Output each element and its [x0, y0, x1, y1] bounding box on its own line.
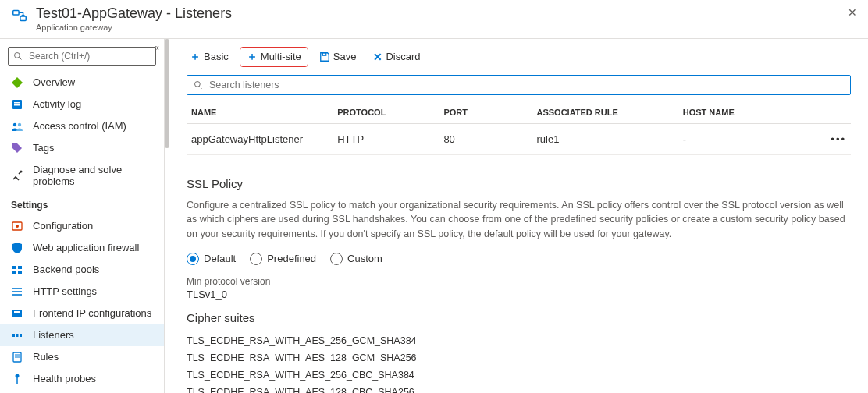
svg-rect-7: [14, 104, 20, 106]
radio-predefined[interactable]: Predefined: [250, 253, 316, 265]
sidebar-item-label: Listeners: [33, 329, 74, 341]
plus-icon: ＋: [190, 50, 201, 64]
col-name[interactable]: NAME: [187, 101, 333, 124]
svg-line-3: [20, 57, 22, 59]
svg-rect-1: [20, 16, 26, 20]
listeners-search[interactable]: [187, 75, 851, 95]
collapse-icon[interactable]: «: [154, 42, 159, 53]
configuration-icon: [11, 220, 23, 232]
svg-rect-0: [13, 11, 19, 15]
sidebar-item-access-control[interactable]: Access control (IAM): [0, 115, 164, 137]
row-more-icon[interactable]: •••: [811, 123, 851, 154]
sidebar-item-label: Health probes: [33, 373, 96, 384]
radio-label: Default: [204, 253, 236, 264]
sidebar-item-waf[interactable]: Web application firewall: [0, 237, 164, 259]
sidebar-item-configuration[interactable]: Configuration: [0, 215, 164, 237]
sidebar-item-tags[interactable]: Tags: [0, 137, 164, 159]
sidebar-item-listeners[interactable]: Listeners: [0, 324, 164, 346]
svg-point-28: [16, 374, 20, 377]
rules-icon: [11, 351, 23, 363]
save-button[interactable]: Save: [313, 48, 363, 66]
button-label: Multi-site: [261, 51, 301, 62]
scrollbar[interactable]: [165, 39, 169, 148]
svg-point-33: [195, 81, 201, 87]
page-subtitle: Application gateway: [36, 23, 846, 32]
sidebar-search-input[interactable]: [27, 50, 151, 62]
col-port[interactable]: PORT: [439, 101, 532, 124]
backend-pools-icon: [11, 264, 23, 276]
sidebar-item-label: Web application firewall: [33, 242, 139, 253]
svg-point-9: [18, 122, 21, 126]
sidebar-item-overview[interactable]: Overview: [0, 72, 164, 94]
cell-host: -: [678, 123, 811, 154]
page-header: Test01-AppGateway - Listeners Applicatio…: [0, 0, 868, 39]
plus-icon: ＋: [247, 50, 258, 64]
activity-log-icon: [11, 98, 23, 111]
ssl-policy-title: SSL Policy: [187, 177, 851, 190]
overview-icon: [11, 76, 23, 89]
cell-protocol: HTTP: [333, 123, 439, 154]
ssl-policy-description: Configure a centralized SSL policy to ma…: [187, 198, 851, 242]
button-label: Discard: [386, 51, 420, 62]
sidebar-item-health-probes[interactable]: Health probes: [0, 368, 164, 390]
sidebar-item-http-settings[interactable]: HTTP settings: [0, 281, 164, 303]
svg-rect-14: [18, 266, 22, 269]
svg-rect-15: [12, 271, 16, 274]
ssl-policy-options: Default Predefined Custom: [187, 253, 851, 265]
toolbar: ＋ Basic ＋ Multi-site Save ✕ Discard: [169, 39, 868, 75]
svg-point-2: [15, 52, 20, 58]
http-settings-icon: [11, 285, 23, 298]
sidebar-item-label: Configuration: [33, 220, 93, 232]
svg-rect-20: [12, 310, 22, 317]
sidebar-search[interactable]: [8, 47, 156, 66]
sidebar-item-diagnose[interactable]: Diagnose and solve problems: [0, 159, 164, 192]
col-rule[interactable]: ASSOCIATED RULE: [532, 101, 678, 124]
cell-port: 80: [439, 123, 532, 154]
radio-custom[interactable]: Custom: [330, 253, 382, 265]
sidebar-item-frontend-ip[interactable]: Frontend IP configurations: [0, 303, 164, 324]
svg-line-34: [200, 86, 202, 88]
col-host[interactable]: HOST NAME: [678, 101, 811, 124]
button-label: Save: [333, 51, 357, 62]
svg-point-10: [20, 170, 23, 172]
sidebar-item-rules[interactable]: Rules: [0, 346, 164, 368]
sidebar-item-backend-pools[interactable]: Backend pools: [0, 259, 164, 281]
sidebar-item-label: Rules: [33, 351, 59, 363]
svg-point-12: [16, 225, 19, 228]
close-icon[interactable]: ✕: [846, 5, 859, 20]
radio-default[interactable]: Default: [187, 253, 236, 265]
listeners-search-input[interactable]: [208, 79, 844, 91]
page-title: Test01-AppGateway - Listeners: [36, 5, 846, 23]
radio-dot-icon: [330, 253, 343, 265]
save-icon: [319, 51, 330, 62]
sidebar-item-label: Access control (IAM): [33, 120, 126, 132]
discard-button[interactable]: ✕ Discard: [367, 48, 426, 66]
cell-name: appGatewayHttpListener: [187, 123, 333, 154]
cipher-item: TLS_ECDHE_RSA_WITH_AES_128_GCM_SHA256: [187, 349, 851, 366]
radio-label: Predefined: [267, 253, 316, 264]
cipher-suites-title: Cipher suites: [187, 311, 851, 324]
sidebar-item-activity-log[interactable]: Activity log: [0, 94, 164, 115]
sidebar-item-label: Tags: [33, 142, 54, 154]
svg-rect-32: [322, 52, 326, 55]
sidebar-item-properties[interactable]: Properties: [0, 390, 164, 394]
multisite-button[interactable]: ＋ Multi-site: [240, 47, 308, 67]
sidebar-item-label: Diagnose and solve problems: [33, 164, 155, 187]
basic-button[interactable]: ＋ Basic: [183, 47, 235, 67]
appgateway-icon: [11, 7, 28, 24]
diagnose-icon: [11, 169, 23, 182]
table-row[interactable]: appGatewayHttpListener HTTP 80 rule1 - •…: [187, 123, 851, 154]
svg-rect-16: [18, 271, 22, 274]
min-protocol-value: TLSv1_0: [187, 289, 851, 300]
svg-point-8: [13, 122, 16, 126]
cipher-list: TLS_ECDHE_RSA_WITH_AES_256_GCM_SHA384 TL…: [187, 332, 851, 393]
svg-marker-4: [12, 77, 23, 88]
svg-rect-22: [12, 334, 15, 337]
col-protocol[interactable]: PROTOCOL: [333, 101, 439, 124]
listeners-table: NAME PROTOCOL PORT ASSOCIATED RULE HOST …: [187, 101, 851, 155]
svg-rect-21: [14, 311, 20, 313]
health-probes-icon: [11, 373, 23, 385]
radio-dot-icon: [187, 253, 199, 265]
listeners-icon: [11, 329, 23, 342]
min-protocol-label: Min protocol version: [187, 276, 851, 287]
